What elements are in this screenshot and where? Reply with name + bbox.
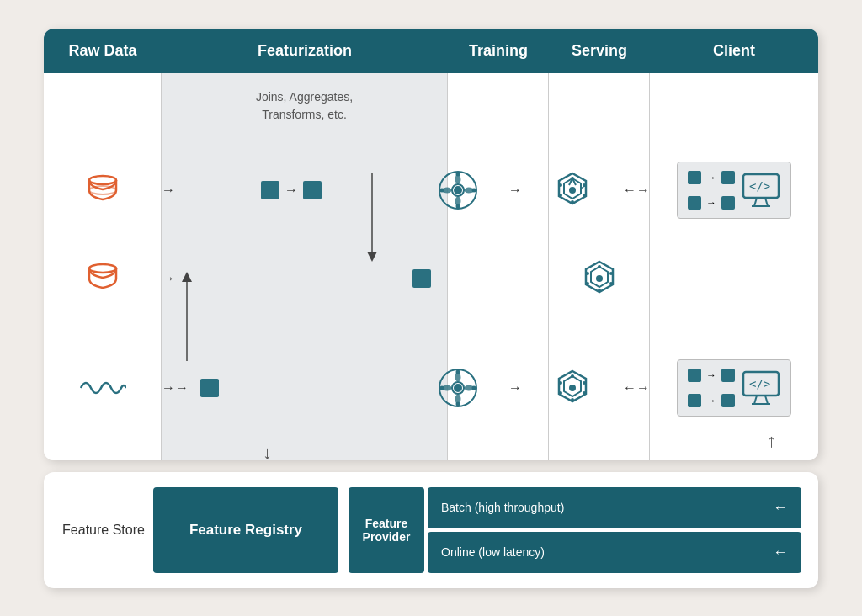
feature-provider-box: Feature Provider bbox=[349, 487, 424, 573]
column-headers: Raw Data Featurization Training Serving … bbox=[44, 29, 818, 73]
batch-arrow: ← bbox=[773, 499, 788, 517]
header-client: Client bbox=[650, 29, 818, 73]
online-box: Online (low latency) ← bbox=[428, 532, 801, 573]
content-area: Joins, Aggregates, Transforms, etc. bbox=[44, 73, 818, 460]
serving-col bbox=[549, 73, 650, 460]
batch-box: Batch (high throughput) ← bbox=[428, 487, 801, 528]
outer-wrapper: Raw Data Featurization Training Serving … bbox=[27, 12, 835, 605]
feat-label: Joins, Aggregates, Transforms, etc. bbox=[162, 88, 447, 124]
client-col bbox=[650, 73, 818, 460]
raw-data-col bbox=[44, 73, 162, 460]
featurization-col: Joins, Aggregates, Transforms, etc. bbox=[162, 73, 448, 460]
feature-registry-box: Feature Registry bbox=[153, 487, 338, 573]
header-featurization: Featurization bbox=[162, 29, 448, 73]
header-serving: Serving bbox=[549, 29, 650, 73]
gap1 bbox=[338, 487, 349, 573]
training-col bbox=[448, 73, 549, 460]
feature-store-label: Feature Store bbox=[61, 487, 153, 573]
feature-store-section: Feature Store Feature Registry Feature P… bbox=[44, 472, 818, 588]
architecture-diagram: Raw Data Featurization Training Serving … bbox=[44, 29, 818, 460]
batch-online-container: Batch (high throughput) ← Online (low la… bbox=[428, 487, 801, 573]
online-arrow: ← bbox=[773, 544, 788, 561]
header-training: Training bbox=[448, 29, 549, 73]
header-raw-data: Raw Data bbox=[44, 29, 162, 73]
